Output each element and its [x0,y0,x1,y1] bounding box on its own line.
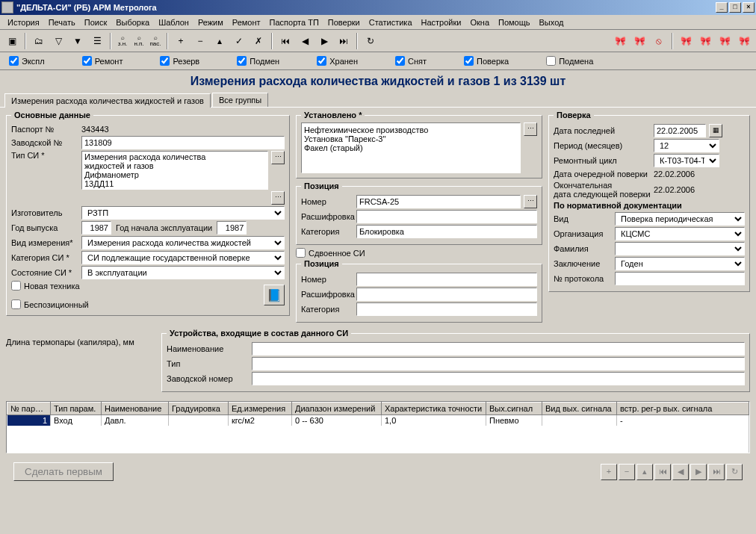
chk-remont[interactable]: Ремонт [82,56,123,66]
grid-col-9[interactable]: встр. рег-р вых. сигнала [617,403,749,415]
nav-prev-icon[interactable]: ◀ [672,464,689,480]
tb-card-icon[interactable]: 🗂 [30,32,48,50]
pov-period-select[interactable]: 12 [654,139,719,152]
grid-cell-0[interactable]: 1 [7,415,51,426]
grid-col-7[interactable]: Вых.сигнал [486,403,542,415]
tb-ribbon2-icon[interactable]: 🎀 [630,32,648,50]
tb-prev-icon[interactable]: ◀ [296,32,314,50]
pov-fam-select[interactable] [615,242,745,255]
pos2-rassh-input[interactable] [356,288,537,301]
tipsi-browse-icon[interactable]: ⋯ [271,151,285,164]
menu-search[interactable]: Поиск [80,16,111,28]
chk-podmen[interactable]: Подмен [237,56,279,66]
nav-next-icon[interactable]: ▶ [690,464,707,480]
menu-template[interactable]: Шаблон [154,16,193,28]
tb-ribbon6-icon[interactable]: 🎀 [735,32,753,50]
grid-col-0[interactable]: № парам. [7,403,51,415]
nav-last-icon[interactable]: ⏭ [708,464,725,480]
tb-stop-icon[interactable]: ⦸ [650,32,668,50]
menu-history[interactable]: История [3,16,44,28]
tb-first-icon[interactable]: ⏮ [276,32,294,50]
chk-novaya[interactable]: Новая техника [11,281,89,291]
grid-col-5[interactable]: Диапазон измерений [292,403,382,415]
menu-repair[interactable]: Ремонт [228,16,265,28]
menu-statistics[interactable]: Статистика [365,16,417,28]
grid-col-8[interactable]: Вид вых. сигнала [542,403,617,415]
nav-first-icon[interactable]: ⏮ [654,464,671,480]
dev-tip-input[interactable] [252,357,745,370]
tb-pas-icon[interactable]: ⌕пас. [148,32,163,50]
god-input[interactable] [81,221,111,235]
izgot-select[interactable]: РЗТП [81,206,285,220]
tb-refresh-icon[interactable]: ↻ [362,32,379,50]
grid-cell-7[interactable]: Пневмо [486,415,542,426]
pov-cal-icon[interactable]: ▦ [709,124,722,137]
menu-help[interactable]: Помощь [494,16,535,28]
tb-minus-icon[interactable]: − [191,32,209,50]
pos2-nomer-input[interactable] [356,273,537,286]
tb-filter-icon[interactable]: ▽ [49,32,67,50]
chk-hranen[interactable]: Хранен [317,56,358,66]
grid-col-3[interactable]: Градуировка [169,403,229,415]
book-icon[interactable]: 📘 [264,285,285,305]
tab-measurements[interactable]: Измерения расхода количества жидкостей и… [4,93,211,108]
grid-row[interactable]: 1 Вход Давл. кгс/м2 0 -- 630 1,0 Пневмо … [7,415,749,426]
pov-proto-input[interactable] [615,272,745,285]
tb-zn-icon[interactable]: ⌕з.н. [115,32,130,50]
grid-cell-3[interactable] [169,415,229,426]
tb-last-icon[interactable]: ⏭ [335,32,353,50]
tb-np-icon[interactable]: ⌕н.п. [131,32,146,50]
pos-rassh-input[interactable] [356,210,537,223]
grid-col-6[interactable]: Характеристика точности [382,403,486,415]
nav-plus-icon[interactable]: + [601,464,617,480]
installed-browse-icon[interactable]: ⋯ [524,122,537,136]
chk-dvoin[interactable]: Сдвоенное СИ [296,248,542,258]
pov-last-input[interactable] [654,124,706,137]
grid-col-4[interactable]: Ед.измерения [229,403,292,415]
nav-minus-icon[interactable]: − [619,464,635,480]
tb-ribbon1-icon[interactable]: 🎀 [611,32,629,50]
params-grid[interactable]: № парам. Тип парам. Наименование Градуир… [6,401,750,453]
chk-poverka[interactable]: Поверка [464,56,509,66]
grid-cell-2[interactable]: Давл. [102,415,169,426]
menu-print[interactable]: Печать [44,16,80,28]
grid-col-1[interactable]: Тип парам. [51,403,102,415]
menu-windows[interactable]: Окна [465,16,494,28]
sost-select[interactable]: В эксплуатации [81,266,285,279]
pos-browse-icon[interactable]: ⋯ [524,195,537,208]
menu-exit[interactable]: Выход [535,16,568,28]
grid-cell-9[interactable]: - [617,415,749,426]
nav-up-icon[interactable]: ▴ [636,464,653,480]
grid-cell-8[interactable] [542,415,617,426]
nav-refresh-icon[interactable]: ↻ [726,464,743,480]
grid-cell-1[interactable]: Вход [51,415,102,426]
menu-settings[interactable]: Настройки [417,16,466,28]
menu-verifications[interactable]: Поверки [323,16,365,28]
pos2-kat-input[interactable] [356,302,537,316]
tab-allgroups[interactable]: Все группы [212,93,268,107]
tb-ribbon5-icon[interactable]: 🎀 [716,32,734,50]
tb-check-icon[interactable]: ✓ [230,32,248,50]
pov-org-select[interactable]: КЦСМС [615,227,745,240]
menu-selection[interactable]: Выборка [111,16,154,28]
chk-ekspl[interactable]: Экспл [9,56,45,66]
tb-filter2-icon[interactable]: ▼ [69,32,87,50]
chk-rezerv[interactable]: Резерв [160,56,199,66]
tb-doc-icon[interactable]: ▣ [3,32,21,50]
close-button[interactable]: × [743,2,755,13]
pov-vid-select[interactable]: Поверка периодическая [615,212,745,226]
pov-cycle-select[interactable]: К-Т03-Т04-Т03-К [654,154,719,167]
tb-plus-icon[interactable]: + [172,32,190,50]
kat-select[interactable]: СИ подлежащие государственной поверке [81,251,285,264]
grid-cell-6[interactable]: 1,0 [382,415,486,426]
tb-next-icon[interactable]: ▶ [315,32,333,50]
god2-input[interactable] [217,221,247,235]
tb-cancel-icon[interactable]: ✗ [250,32,267,50]
vid-select[interactable]: Измерения расхода количества жидкостей [81,236,285,249]
grid-cell-4[interactable]: кгс/м2 [229,415,292,426]
chk-besp[interactable]: Беспозиционный [11,299,89,309]
tb-up-icon[interactable]: ▴ [211,32,229,50]
tipsi-input[interactable]: Измерения расхода количества жидкостей и… [81,151,268,190]
pos-kat-input[interactable] [356,225,537,238]
make-first-button[interactable]: Сделать первым [13,462,114,481]
